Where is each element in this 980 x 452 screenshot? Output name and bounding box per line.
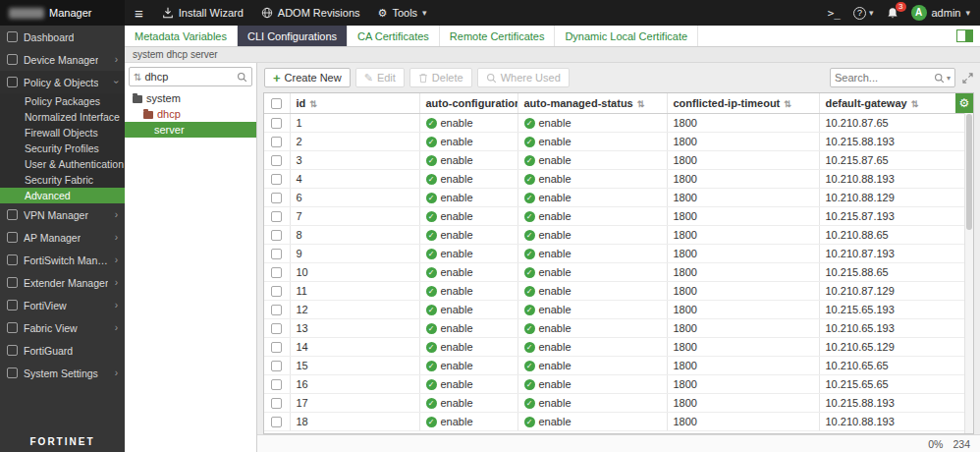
column-header-default-gateway[interactable]: default-gateway⇅ [819, 93, 973, 113]
row-checkbox[interactable] [271, 323, 282, 334]
cell-default-gateway: 10.210.88.65 [819, 225, 973, 244]
tools-menu-button[interactable]: ⚙ Tools ▾ [369, 0, 436, 26]
tab-ca-certificates[interactable]: CA Certificates [348, 26, 440, 46]
sidebar-item-fabric-view[interactable]: Fabric View › [0, 316, 125, 339]
table-row[interactable]: 17 ✓enable ✓enable 1800 10.215.88.193 [264, 393, 973, 412]
sidebar-item-fortiview[interactable]: FortiView › [0, 294, 125, 316]
panel-toggle-icon[interactable] [956, 29, 973, 42]
cell-auto-configuration: ✓enable [419, 262, 517, 281]
row-checkbox[interactable] [271, 155, 282, 166]
cell-conflicted-ip-timeout: 1800 [667, 169, 819, 188]
tab-dynamic-local-certificate[interactable]: Dynamic Local Certificate [555, 26, 698, 46]
user-menu-button[interactable]: A admin ▾ [911, 5, 971, 21]
row-checkbox[interactable] [271, 249, 282, 259]
tree-node-server[interactable]: server [125, 122, 256, 138]
row-checkbox[interactable] [271, 267, 282, 278]
sort-filter-icon[interactable]: ⇅ [134, 72, 141, 83]
table-row[interactable]: 4 ✓enable ✓enable 1800 10.210.88.193 [264, 169, 973, 188]
sidebar-subitem-normalized-interface[interactable]: Normalized Interface [0, 109, 125, 125]
adom-revisions-button[interactable]: ADOM Revisions [252, 0, 369, 26]
sidebar-item-extender-manager[interactable]: Extender Manager › [0, 271, 125, 294]
sidebar-item-device-manager[interactable]: Device Manager › [0, 48, 125, 71]
row-checkbox[interactable] [271, 118, 282, 129]
row-checkbox[interactable] [271, 174, 282, 185]
enable-status-icon: ✓ [524, 230, 535, 241]
select-all-checkbox[interactable] [271, 98, 282, 109]
where-used-button[interactable]: Where Used [477, 68, 570, 87]
row-checkbox[interactable] [271, 398, 282, 409]
enable-status-icon: ✓ [426, 249, 437, 259]
table-row[interactable]: 1 ✓enable ✓enable 1800 10.210.87.65 [264, 113, 973, 132]
sidebar-subitem-user-authentication[interactable]: User & Authentication [0, 156, 125, 172]
sidebar-subitem-firewall-objects[interactable]: Firewall Objects [0, 125, 125, 141]
sidebar-item-fortiswitch-manager[interactable]: FortiSwitch Manager › [0, 249, 125, 271]
table-row[interactable]: 12 ✓enable ✓enable 1800 10.215.65.193 [264, 300, 973, 318]
scroll-percent: 0% [928, 438, 943, 450]
enable-status-icon: ✓ [426, 361, 437, 371]
cell-auto-managed-status: ✓enable [517, 337, 667, 356]
row-checkbox[interactable] [271, 286, 282, 297]
row-checkbox[interactable] [271, 230, 282, 241]
enable-status-icon: ✓ [524, 155, 535, 166]
tab-remote-certificates[interactable]: Remote Certificates [440, 26, 556, 46]
tree-node-dhcp[interactable]: dhcp [125, 106, 256, 122]
tree-node-system[interactable]: system [125, 90, 256, 106]
table-row[interactable]: 10 ✓enable ✓enable 1800 10.215.88.65 [264, 262, 973, 281]
sidebar-subitem-security-profiles[interactable]: Security Profiles [0, 141, 125, 156]
table-row[interactable]: 8 ✓enable ✓enable 1800 10.210.88.65 [264, 225, 973, 244]
tree-search-input[interactable] [144, 71, 234, 83]
sidebar-item-dashboard[interactable]: Dashboard [0, 26, 125, 48]
row-checkbox[interactable] [271, 361, 282, 371]
fortinet-logo: FORTINET [0, 436, 125, 447]
table-row[interactable]: 13 ✓enable ✓enable 1800 10.210.65.193 [264, 318, 973, 337]
table-row[interactable]: 11 ✓enable ✓enable 1800 10.210.87.129 [264, 281, 973, 300]
sidebar-subitem-policy-packages[interactable]: Policy Packages [0, 93, 125, 109]
table-row[interactable]: 16 ✓enable ✓enable 1800 10.215.65.65 [264, 374, 973, 393]
create-new-button[interactable]: + Create New [264, 68, 351, 87]
help-menu-button[interactable]: ? ▾ [853, 7, 874, 20]
column-header-auto-managed-status[interactable]: auto-managed-status⇅ [517, 93, 667, 113]
row-checkbox[interactable] [271, 305, 282, 315]
sidebar-subitem-advanced[interactable]: Advanced [0, 188, 125, 203]
row-checkbox-cell [264, 188, 290, 206]
search-options-icon[interactable] [934, 73, 945, 84]
hamburger-menu-icon[interactable]: ≡ [125, 0, 153, 26]
table-search-input[interactable] [835, 72, 932, 84]
scrollbar-thumb[interactable] [966, 114, 972, 230]
row-checkbox[interactable] [271, 379, 282, 390]
terminal-icon[interactable]: >_ [828, 7, 841, 20]
sidebar-subitem-security-fabric[interactable]: Security Fabric [0, 172, 125, 188]
column-header-conflicted-ip-timeout[interactable]: conflicted-ip-timeout⇅ [667, 93, 819, 113]
column-header-auto-configuration[interactable]: auto-configuration⇅ [419, 93, 517, 113]
tab-cli-configurations[interactable]: CLI Configurations [238, 26, 348, 46]
notifications-button[interactable]: 3 [887, 7, 898, 20]
tab-metadata-variables[interactable]: Metadata Variables [125, 26, 238, 46]
cell-auto-configuration: ✓enable [419, 244, 517, 262]
table-row[interactable]: 3 ✓enable ✓enable 1800 10.215.87.65 [264, 150, 973, 169]
table-row[interactable]: 15 ✓enable ✓enable 1800 10.210.65.65 [264, 356, 973, 374]
table-row[interactable]: 7 ✓enable ✓enable 1800 10.215.87.193 [264, 206, 973, 225]
policy-objects-icon [7, 77, 18, 87]
table-row[interactable]: 14 ✓enable ✓enable 1800 10.210.65.129 [264, 337, 973, 356]
table-row[interactable]: 2 ✓enable ✓enable 1800 10.215.88.193 [264, 132, 973, 150]
sidebar-item-fortiguard[interactable]: FortiGuard [0, 339, 125, 362]
table-row[interactable]: 6 ✓enable ✓enable 1800 10.210.88.129 [264, 188, 973, 206]
column-settings-button[interactable]: ⚙ [955, 93, 973, 113]
column-header-id[interactable]: id⇅ [290, 93, 419, 113]
delete-button[interactable]: Delete [409, 68, 472, 87]
sidebar-item-policy-objects[interactable]: Policy & Objects › [0, 71, 125, 93]
row-checkbox[interactable] [271, 417, 282, 427]
sidebar-item-vpn-manager[interactable]: VPN Manager › [0, 203, 125, 226]
table-row[interactable]: 18 ✓enable ✓enable 1800 10.210.88.193 [264, 412, 973, 430]
expand-icon[interactable] [962, 73, 973, 84]
edit-button[interactable]: ✎ Edit [355, 68, 405, 87]
vertical-scrollbar[interactable] [964, 113, 973, 433]
row-checkbox[interactable] [271, 193, 282, 203]
row-checkbox[interactable] [271, 342, 282, 353]
install-wizard-button[interactable]: Install Wizard [153, 0, 252, 26]
sidebar-item-ap-manager[interactable]: AP Manager › [0, 226, 125, 249]
row-checkbox[interactable] [271, 137, 282, 147]
sidebar-item-system-settings[interactable]: System Settings › [0, 362, 125, 384]
table-row[interactable]: 9 ✓enable ✓enable 1800 10.210.87.193 [264, 244, 973, 262]
row-checkbox[interactable] [271, 211, 282, 222]
